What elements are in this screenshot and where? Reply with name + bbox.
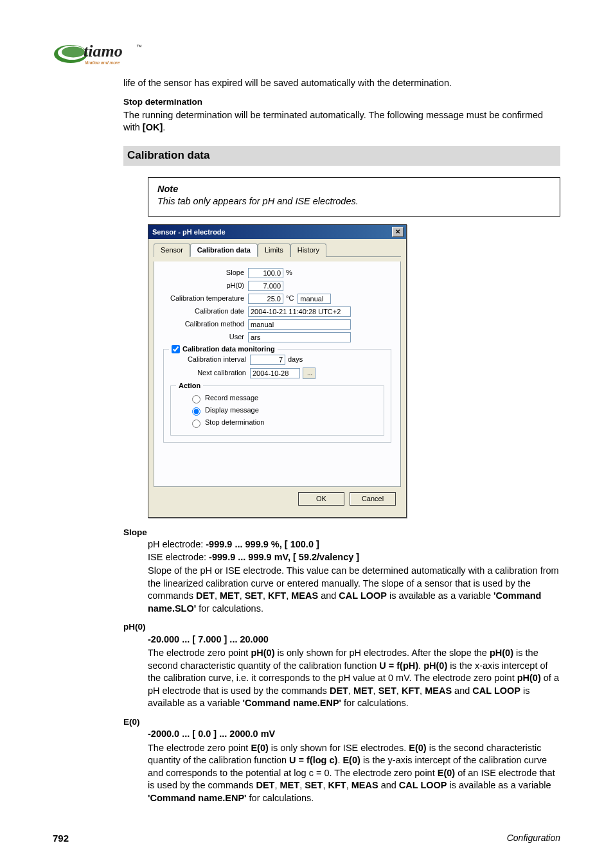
brand-logo: tiamo ™ titration and more — [53, 40, 155, 68]
label-next: Next calibration — [170, 368, 250, 378]
fieldset-monitoring: Calibration data monitoring Calibration … — [163, 349, 391, 443]
label-caltemp: Calibration temperature — [162, 294, 248, 303]
tab-panel-calibration: Slope % pH(0) Calibration temperature °C — [154, 261, 401, 487]
e0-block: -2000.0 ... [ 0.0 ] ... 2000.0 mV The el… — [148, 728, 560, 804]
ph0-term: pH(0) — [123, 621, 560, 633]
input-caltemp-mode[interactable] — [298, 294, 331, 304]
stop-determination-term: Stop determination — [123, 96, 560, 108]
tab-limits[interactable]: Limits — [258, 244, 290, 257]
label-user: User — [162, 332, 248, 342]
fieldset-action: Action Record message Display message St… — [170, 385, 384, 436]
label-interval: Calibration interval — [170, 355, 250, 364]
input-user[interactable] — [248, 332, 351, 342]
unit-caltemp: °C — [286, 294, 294, 303]
dialog-tabs: Sensor Calibration data Limits History — [154, 243, 401, 257]
svg-point-2 — [62, 47, 85, 58]
ph0-block: -20.000 ... [ 7.000 ] ... 20.000 The ele… — [148, 633, 560, 710]
close-icon[interactable]: ✕ — [392, 227, 404, 237]
legend-monitoring: Calibration data monitoring — [182, 344, 275, 354]
label-slope: Slope — [162, 268, 248, 278]
radio-display[interactable]: Display message — [189, 405, 377, 416]
checkbox-monitoring[interactable] — [172, 345, 180, 353]
page-footer: 792 Configuration — [53, 833, 560, 844]
input-slope[interactable] — [248, 268, 283, 278]
input-caldate[interactable] — [248, 306, 351, 317]
label-caldate: Calibration date — [162, 306, 248, 316]
radio-stop[interactable]: Stop determination — [189, 418, 377, 428]
stop-determination-text: The running determination will be termin… — [123, 109, 560, 134]
input-interval[interactable] — [250, 355, 285, 365]
calibration-data-heading: Calibration data — [123, 146, 560, 166]
dialog-title: Sensor - pH electrode — [152, 227, 226, 237]
e0-term: E(0) — [123, 716, 560, 728]
sensor-dialog: Sensor - pH electrode ✕ Sensor Calibrati… — [148, 224, 407, 518]
input-ph0[interactable] — [248, 281, 283, 291]
svg-text:titration and more: titration and more — [85, 60, 120, 65]
unit-interval: days — [288, 355, 303, 364]
radio-record[interactable]: Record message — [189, 393, 377, 403]
tab-sensor[interactable]: Sensor — [154, 244, 190, 257]
slope-block: pH electrode: -999.9 ... 999.9 %, [ 100.… — [148, 538, 560, 615]
page-number: 792 — [53, 833, 69, 844]
footer-section: Configuration — [507, 833, 560, 844]
svg-text:™: ™ — [136, 44, 142, 50]
label-ph0: pH(0) — [162, 281, 248, 290]
ok-button[interactable]: OK — [298, 492, 344, 506]
cancel-button[interactable]: Cancel — [350, 492, 396, 506]
input-caltemp[interactable] — [248, 294, 283, 304]
logo-text: tiamo — [84, 42, 123, 60]
note-text: This tab only appears for pH and ISE ele… — [157, 195, 551, 208]
label-calmethod: Calibration method — [162, 319, 248, 329]
note-box: Note This tab only appears for pH and IS… — [148, 177, 560, 217]
note-title: Note — [157, 183, 551, 196]
input-calmethod[interactable] — [248, 319, 351, 330]
tab-calibration-data[interactable]: Calibration data — [190, 244, 258, 257]
legend-action: Action — [176, 381, 203, 391]
input-next[interactable] — [250, 368, 300, 378]
slope-term: Slope — [123, 527, 560, 538]
unit-slope: % — [286, 268, 292, 278]
dialog-titlebar: Sensor - pH electrode ✕ — [148, 225, 406, 239]
intro-continuation: life of the sensor has expired will be s… — [123, 77, 560, 90]
button-next-more[interactable]: ... — [303, 368, 315, 379]
tab-history[interactable]: History — [290, 244, 326, 257]
